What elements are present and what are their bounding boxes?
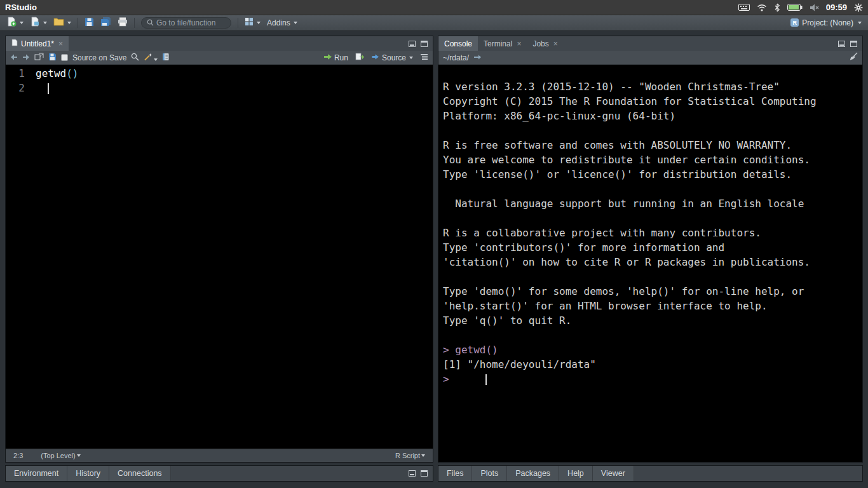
window-title: RStudio xyxy=(0,3,37,12)
tab-connections[interactable]: Connections xyxy=(109,466,171,481)
chevron-down-icon xyxy=(858,22,862,24)
console-line: Type 'q()' to quit R. xyxy=(443,313,862,328)
search-icon xyxy=(147,17,154,29)
tab-packages[interactable]: Packages xyxy=(507,466,559,481)
console-line: [1] "/home/deyouli/rdata" xyxy=(443,357,862,372)
maximize-pane-icon[interactable] xyxy=(850,38,857,50)
find-replace-icon[interactable] xyxy=(131,53,139,63)
save-icon xyxy=(85,17,94,29)
console-line: > xyxy=(443,372,862,386)
back-icon[interactable] xyxy=(10,53,18,62)
close-icon[interactable]: × xyxy=(58,39,63,48)
chevron-down-icon xyxy=(409,57,413,59)
close-icon[interactable]: × xyxy=(553,39,558,48)
editor-lines[interactable]: 1getwd()2 xyxy=(6,65,433,449)
code-text: getwd() xyxy=(25,66,78,81)
tab-label: Help xyxy=(567,469,584,478)
save-all-button[interactable] xyxy=(98,15,114,30)
console-tabbar: Console Terminal × Jobs × xyxy=(438,36,862,51)
gear-icon[interactable] xyxy=(854,3,863,12)
goto-file-input[interactable] xyxy=(156,18,226,27)
tab-plots[interactable]: Plots xyxy=(472,466,507,481)
source-on-save-checkbox[interactable] xyxy=(61,54,68,61)
battery-icon[interactable] xyxy=(787,4,803,11)
minimize-pane-icon[interactable] xyxy=(409,38,416,50)
scope-selector[interactable]: (Top Level) xyxy=(41,452,80,459)
tab-history[interactable]: History xyxy=(67,466,109,481)
console-line: Type 'contributors()' for more informati… xyxy=(443,240,862,255)
console-line: R is a collaborative project with many c… xyxy=(443,226,862,240)
project-icon: R xyxy=(790,18,799,27)
volume-muted-icon[interactable] xyxy=(810,4,819,11)
close-icon[interactable]: × xyxy=(517,39,521,48)
clock[interactable]: 09:59 xyxy=(826,3,847,12)
tab-files[interactable]: Files xyxy=(438,466,472,481)
console-line: R version 3.2.3 (2015-12-10) -- "Wooden … xyxy=(443,79,862,94)
source-button[interactable]: Source xyxy=(369,52,416,64)
pane-controls xyxy=(403,36,433,51)
maximize-pane-icon[interactable] xyxy=(421,38,428,50)
tab-viewer[interactable]: Viewer xyxy=(593,466,634,481)
chevron-down-icon xyxy=(67,22,71,24)
system-tray: 09:59 xyxy=(738,3,868,12)
tab-environment[interactable]: Environment xyxy=(6,466,67,481)
code-line[interactable]: 1getwd() xyxy=(6,66,433,81)
print-icon xyxy=(118,17,128,29)
tab-console[interactable]: Console xyxy=(438,36,478,51)
chevron-down-icon xyxy=(257,22,261,24)
toolbar-separator xyxy=(238,18,238,28)
new-file-button[interactable] xyxy=(4,15,26,30)
source-on-save-label: Source on Save xyxy=(72,53,126,62)
console-line xyxy=(443,328,862,342)
tab-untitled1[interactable]: Untitled1* × xyxy=(6,36,69,51)
minimize-pane-icon[interactable] xyxy=(838,38,845,50)
pane-controls xyxy=(833,36,862,51)
pane-layout-grid-icon xyxy=(245,17,254,28)
code-line[interactable]: 2 xyxy=(6,81,433,95)
source-icon xyxy=(372,53,380,62)
file-type-selector[interactable]: R Script xyxy=(395,452,425,459)
chevron-down-icon xyxy=(77,454,81,457)
project-selector[interactable]: R Project: (None) xyxy=(790,18,864,27)
new-project-button[interactable] xyxy=(27,15,50,30)
console-line: Copyright (C) 2015 The R Foundation for … xyxy=(443,94,862,109)
goto-file-search[interactable] xyxy=(141,17,231,29)
open-file-button[interactable] xyxy=(51,16,74,29)
new-project-icon xyxy=(30,17,40,29)
compile-report-icon[interactable] xyxy=(162,53,170,63)
tab-label: Console xyxy=(444,39,472,48)
addins-button[interactable]: Addins xyxy=(264,17,300,29)
keyboard-icon[interactable] xyxy=(738,4,750,11)
source-tabbar: Untitled1* × xyxy=(6,36,433,51)
desktop-top-panel: RStudio 09:59 xyxy=(0,0,868,15)
goto-directory-icon[interactable] xyxy=(473,53,482,62)
tab-label: Files xyxy=(447,469,463,478)
tab-label: Connections xyxy=(118,469,162,478)
tab-help[interactable]: Help xyxy=(559,466,593,481)
run-button[interactable]: Run xyxy=(321,52,351,64)
rerun-icon[interactable] xyxy=(355,53,365,63)
print-button[interactable] xyxy=(115,16,130,30)
minimize-pane-icon[interactable] xyxy=(409,468,416,479)
maximize-pane-icon[interactable] xyxy=(421,468,428,479)
open-in-new-window-icon[interactable] xyxy=(34,53,44,62)
wifi-icon[interactable] xyxy=(757,4,767,11)
workspace-panes-button[interactable] xyxy=(242,16,263,29)
forward-icon[interactable] xyxy=(22,53,30,62)
run-icon xyxy=(323,53,332,62)
run-label: Run xyxy=(334,53,348,62)
text-cursor xyxy=(485,374,487,385)
console-line xyxy=(443,269,862,284)
document-outline-icon[interactable] xyxy=(420,53,428,62)
console-output[interactable]: R version 3.2.3 (2015-12-10) -- "Wooden … xyxy=(438,65,862,462)
save-button[interactable] xyxy=(82,16,97,30)
tab-jobs[interactable]: Jobs × xyxy=(527,36,563,51)
bluetooth-icon[interactable] xyxy=(774,3,780,12)
file-icon xyxy=(11,39,18,48)
clear-console-broom-icon[interactable] xyxy=(849,52,858,63)
code-tools-wand-icon[interactable] xyxy=(144,53,158,63)
scope-label: (Top Level) xyxy=(41,452,75,459)
addins-label: Addins xyxy=(267,18,290,27)
tab-terminal[interactable]: Terminal × xyxy=(478,36,527,51)
save-icon[interactable] xyxy=(48,53,57,63)
